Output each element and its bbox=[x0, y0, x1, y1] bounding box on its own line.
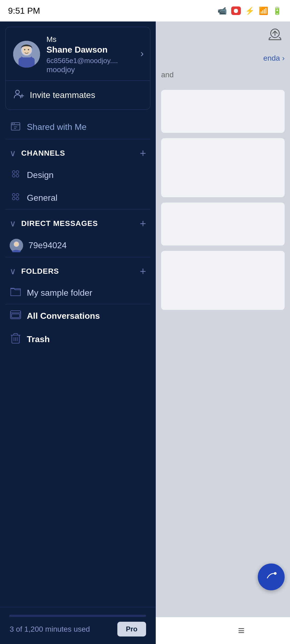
svg-point-16 bbox=[16, 171, 19, 173]
dm-item-79e94024[interactable]: 79e94024 bbox=[0, 234, 156, 257]
dm-avatar-79e94024 bbox=[10, 239, 23, 252]
dm-chevron-icon[interactable]: ∨ bbox=[10, 218, 16, 229]
menu-button[interactable]: ≡ bbox=[238, 624, 245, 637]
minutes-progress-bar bbox=[10, 615, 146, 617]
channels-section-header: ∨ CHANNELS + bbox=[0, 139, 156, 164]
profile-card: Ms Shane Dawson 6c8565e1@moodjoy.... moo… bbox=[5, 27, 150, 110]
folders-title: FOLDERS bbox=[21, 267, 59, 276]
svg-point-14 bbox=[14, 123, 15, 124]
svg-point-18 bbox=[16, 174, 19, 177]
channels-chevron-icon[interactable]: ∨ bbox=[10, 148, 16, 158]
svg-point-21 bbox=[12, 197, 15, 200]
shared-icon bbox=[10, 120, 21, 134]
channel-general-label: General bbox=[27, 193, 57, 203]
dm-label-79e94024: 79e94024 bbox=[28, 240, 67, 250]
all-conversations-item[interactable]: All Conversations bbox=[0, 304, 156, 328]
agenda-link[interactable]: enda › bbox=[263, 54, 285, 63]
upload-icon[interactable] bbox=[268, 28, 282, 45]
profile-chevron-icon: › bbox=[140, 48, 144, 59]
main-container: Ms Shane Dawson 6c8565e1@moodjoy.... moo… bbox=[0, 21, 290, 644]
folders-chevron-icon[interactable]: ∨ bbox=[10, 266, 16, 276]
svg-point-15 bbox=[12, 171, 15, 173]
dm-left: ∨ DIRECT MESSAGES bbox=[10, 218, 98, 229]
trash-label: Trash bbox=[27, 334, 50, 344]
wifi-icon: 📶 bbox=[259, 6, 268, 15]
bluetooth-icon: ⚡ bbox=[245, 6, 255, 15]
channel-general-icon bbox=[10, 191, 21, 204]
agenda-bar: enda › bbox=[156, 51, 290, 65]
minutes-progress-fill bbox=[10, 615, 10, 617]
svg-point-22 bbox=[16, 197, 19, 200]
dm-section-header: ∨ DIRECT MESSAGES + bbox=[0, 210, 156, 234]
right-content bbox=[156, 85, 290, 315]
dm-add-icon[interactable]: + bbox=[140, 218, 146, 230]
invite-label: Invite teammates bbox=[30, 90, 95, 100]
svg-rect-28 bbox=[12, 314, 20, 318]
status-bar: 9:51 PM 📹 ⏺ ⚡ 📶 🔋 bbox=[0, 0, 290, 21]
profile-text: Ms Shane Dawson 6c8565e1@moodjoy.... moo… bbox=[46, 35, 143, 74]
channel-general-item[interactable]: General bbox=[0, 186, 156, 209]
invite-icon bbox=[13, 88, 24, 102]
svg-point-36 bbox=[274, 572, 277, 575]
profile-email: 6c8565e1@moodjoy.... bbox=[46, 57, 143, 65]
svg-point-20 bbox=[16, 193, 19, 196]
profile-workspace: moodjoy bbox=[46, 65, 143, 74]
folders-left: ∨ FOLDERS bbox=[10, 266, 59, 276]
footer-bottom: 3 of 1,200 minutes used Pro bbox=[10, 622, 146, 636]
sidebar: Ms Shane Dawson 6c8565e1@moodjoy.... moo… bbox=[0, 21, 156, 644]
folder-icon bbox=[10, 287, 21, 299]
svg-point-13 bbox=[12, 123, 13, 124]
svg-point-19 bbox=[12, 193, 15, 196]
profile-title: Ms bbox=[46, 35, 143, 44]
record-icon: ⏺ bbox=[231, 6, 241, 15]
shared-with-me-item[interactable]: Shared with Me bbox=[0, 115, 156, 139]
trash-item[interactable]: Trash bbox=[0, 328, 156, 351]
right-card-1 bbox=[161, 90, 285, 133]
channels-title: CHANNELS bbox=[21, 149, 65, 158]
status-time: 9:51 PM bbox=[8, 6, 40, 16]
channel-design-label: Design bbox=[27, 170, 54, 180]
dm-title: DIRECT MESSAGES bbox=[21, 219, 98, 228]
folders-section-header: ∨ FOLDERS + bbox=[0, 257, 156, 282]
agenda-chevron-icon: › bbox=[282, 54, 285, 63]
fab-button[interactable] bbox=[258, 564, 285, 590]
minutes-used-text: 3 of 1,200 minutes used bbox=[10, 625, 90, 634]
channel-design-icon bbox=[10, 169, 21, 182]
folder-sample-label: My sample folder bbox=[27, 288, 92, 298]
battery-icon: 🔋 bbox=[273, 6, 282, 15]
channel-design-item[interactable]: Design bbox=[0, 164, 156, 186]
all-conversations-label: All Conversations bbox=[27, 311, 100, 321]
profile-info[interactable]: Ms Shane Dawson 6c8565e1@moodjoy.... moo… bbox=[6, 27, 150, 80]
svg-point-5 bbox=[28, 49, 29, 50]
avatar bbox=[13, 41, 40, 68]
video-icon: 📹 bbox=[218, 6, 227, 15]
status-icons: 📹 ⏺ ⚡ 📶 🔋 bbox=[218, 6, 282, 15]
svg-point-6 bbox=[16, 90, 19, 94]
channels-left: ∨ CHANNELS bbox=[10, 148, 65, 158]
right-card-4 bbox=[161, 251, 285, 310]
folder-sample-item[interactable]: My sample folder bbox=[0, 282, 156, 304]
right-card-2 bbox=[161, 138, 285, 197]
pro-button[interactable]: Pro bbox=[117, 622, 146, 636]
and-text: and bbox=[156, 65, 290, 85]
all-conversations-icon bbox=[10, 309, 21, 323]
svg-point-25 bbox=[14, 242, 19, 246]
folders-add-icon[interactable]: + bbox=[140, 265, 146, 277]
sidebar-footer: 3 of 1,200 minutes used Pro bbox=[0, 607, 156, 644]
agenda-text: enda bbox=[263, 54, 280, 63]
right-panel: enda › and bbox=[156, 21, 290, 644]
svg-point-17 bbox=[12, 174, 15, 177]
shared-with-me-label: Shared with Me bbox=[27, 122, 86, 132]
right-card-3 bbox=[161, 203, 285, 246]
svg-point-4 bbox=[24, 49, 26, 50]
invite-teammates-button[interactable]: Invite teammates bbox=[6, 80, 150, 109]
profile-name: Shane Dawson bbox=[46, 44, 143, 56]
channels-add-icon[interactable]: + bbox=[140, 147, 146, 159]
trash-icon bbox=[10, 332, 21, 346]
right-header bbox=[156, 21, 290, 51]
